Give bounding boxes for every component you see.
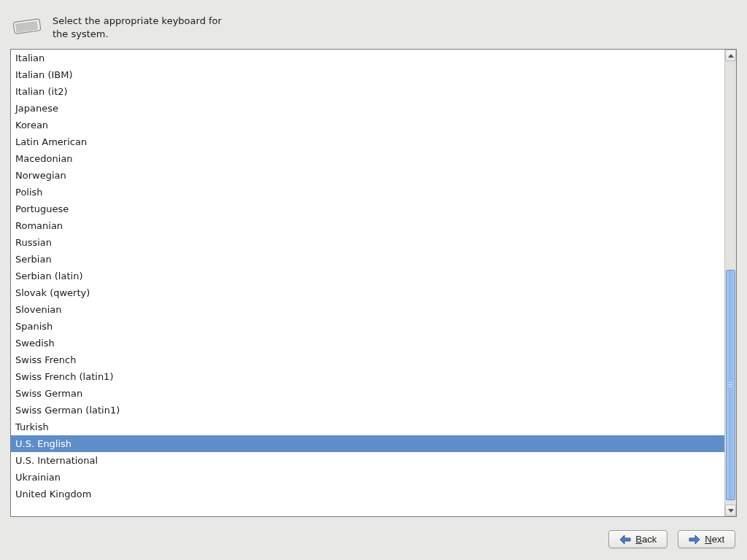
svg-rect-6 — [30, 22, 32, 24]
chevron-down-icon — [728, 509, 734, 513]
keyboard-option[interactable]: Latin American — [11, 133, 724, 150]
keyboard-option[interactable]: Macedonian — [11, 150, 724, 167]
installer-keyboard-step: Select the appropriate keyboard for the … — [0, 0, 747, 560]
scrollbar-track[interactable] — [725, 61, 736, 505]
keyboard-list-container: ItalianItalian (IBM)Italian (it2)Japanes… — [10, 49, 737, 517]
svg-rect-10 — [23, 26, 25, 28]
footer: Back Next — [10, 517, 737, 550]
keyboard-option[interactable]: U.S. International — [11, 452, 724, 469]
scroll-down-button[interactable] — [725, 505, 736, 516]
back-button-label: Back — [635, 534, 657, 545]
svg-rect-3 — [21, 23, 23, 26]
scrollbar-thumb[interactable] — [726, 270, 735, 500]
keyboard-option[interactable]: Swiss French (latin1) — [11, 368, 724, 385]
svg-rect-5 — [27, 23, 29, 25]
svg-rect-9 — [20, 26, 22, 28]
keyboard-option[interactable]: Polish — [11, 184, 724, 201]
keyboard-option[interactable]: Slovenian — [11, 301, 724, 318]
keyboard-option[interactable]: Italian (it2) — [11, 83, 724, 100]
keyboard-option[interactable]: Romanian — [11, 217, 724, 234]
keyboard-option[interactable]: Slovak (qwerty) — [11, 284, 724, 301]
keyboard-list[interactable]: ItalianItalian (IBM)Italian (it2)Japanes… — [11, 50, 724, 516]
keyboard-option[interactable]: Portuguese — [11, 201, 724, 217]
arrow-left-icon — [619, 534, 631, 545]
keyboard-option[interactable]: Swiss German (latin1) — [11, 402, 724, 419]
keyboard-option[interactable]: Ukrainian — [11, 469, 724, 486]
keyboard-option[interactable]: Turkish — [11, 419, 724, 435]
svg-rect-12 — [28, 25, 31, 27]
next-button-label: Next — [705, 534, 724, 545]
keyboard-option[interactable]: United Kingdom — [11, 486, 724, 502]
back-button[interactable]: Back — [608, 530, 667, 548]
svg-rect-1 — [15, 24, 18, 26]
keyboard-option[interactable]: Serbian — [11, 251, 724, 268]
arrow-right-icon — [689, 534, 700, 545]
scrollbar[interactable] — [724, 50, 736, 516]
keyboard-option[interactable]: U.S. English — [11, 435, 724, 452]
keyboard-option[interactable]: Spanish — [11, 318, 724, 335]
svg-rect-7 — [33, 21, 36, 24]
next-button[interactable]: Next — [678, 530, 735, 548]
svg-rect-2 — [18, 23, 20, 26]
svg-rect-4 — [24, 23, 26, 25]
keyboard-option[interactable]: Italian — [11, 50, 724, 66]
svg-rect-8 — [16, 27, 19, 30]
keyboard-option[interactable]: Norwegian — [11, 167, 724, 184]
keyboard-option[interactable]: Russian — [11, 234, 724, 251]
keyboard-icon — [12, 15, 44, 38]
svg-rect-13 — [31, 25, 34, 27]
svg-rect-15 — [17, 30, 20, 33]
keyboard-option[interactable]: Japanese — [11, 100, 724, 117]
keyboard-option[interactable]: Swiss French — [11, 351, 724, 368]
keyboard-option[interactable]: Italian (IBM) — [11, 66, 724, 83]
keyboard-option[interactable]: Serbian (latin) — [11, 268, 724, 284]
chevron-up-icon — [728, 54, 734, 58]
scroll-up-button[interactable] — [725, 50, 736, 61]
svg-rect-18 — [34, 27, 37, 30]
svg-rect-14 — [34, 24, 37, 27]
svg-rect-11 — [26, 26, 28, 28]
keyboard-option[interactable]: Korean — [11, 117, 724, 133]
header-prompt: Select the appropriate keyboard for the … — [53, 15, 235, 40]
svg-rect-17 — [31, 28, 34, 30]
keyboard-option[interactable]: Swedish — [11, 335, 724, 351]
header: Select the appropriate keyboard for the … — [10, 10, 737, 49]
keyboard-option[interactable]: Swiss German — [11, 385, 724, 402]
